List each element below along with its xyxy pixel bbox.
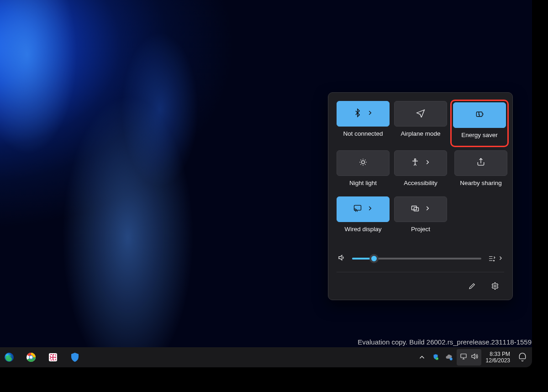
chevron-right-icon[interactable] (367, 205, 373, 213)
quick-settings-flyout: Not connected Airplane mode Energy saver (328, 92, 513, 300)
clock-time: 8:33 PM (486, 351, 510, 357)
volume-low-icon[interactable] (337, 254, 346, 264)
tile-cast[interactable] (337, 196, 390, 222)
svg-rect-16 (461, 354, 466, 358)
sound-output-button[interactable] (488, 254, 503, 263)
tile-project[interactable] (394, 196, 447, 222)
tile-wrap-accessibility: Accessibility (394, 150, 447, 192)
chevron-right-icon[interactable] (424, 205, 431, 213)
volume-row (337, 251, 504, 270)
taskbar-chrome-icon[interactable] (22, 348, 40, 366)
tray-onedrive-icon[interactable]: i (443, 348, 456, 366)
tray-overflow-chevron[interactable] (416, 348, 428, 366)
airplane-icon (416, 108, 425, 119)
volume-slider-thumb[interactable] (369, 254, 379, 263)
cast-icon (353, 204, 362, 215)
tile-label-cast: Wired display (344, 226, 381, 233)
svg-rect-4 (414, 207, 419, 211)
taskbar-security-icon[interactable] (66, 348, 84, 366)
flyout-footer (337, 272, 504, 294)
network-icon (459, 352, 468, 362)
taskbar-clock[interactable]: 8:33 PM 12/6/2023 (482, 351, 514, 364)
watermark-text: Evaluation copy. Build 26002.rs_prerelea… (358, 338, 532, 346)
tile-accessibility[interactable] (394, 150, 447, 176)
system-tray-network-volume[interactable] (457, 349, 481, 366)
tile-wrap-energy: Energy saver (452, 101, 510, 148)
notifications-button[interactable] (515, 353, 530, 362)
night-light-icon (358, 158, 368, 169)
chevron-right-icon[interactable] (424, 159, 431, 167)
taskbar: i 8:33 PM 12/6/2023 (0, 347, 532, 367)
taskbar-pinned-apps (0, 348, 84, 366)
tile-airplane[interactable] (394, 101, 447, 127)
highlight-ring: Energy saver (450, 100, 509, 147)
chevron-right-icon (498, 254, 503, 263)
tile-wrap-bluetooth: Not connected (337, 101, 390, 146)
taskbar-system-tray: i 8:33 PM 12/6/2023 (416, 348, 532, 366)
tile-wrap-project: Project (394, 196, 447, 238)
svg-rect-2 (354, 205, 361, 210)
svg-point-0 (362, 161, 365, 164)
tile-wrap-nearby: Nearby sharing (452, 150, 510, 192)
share-icon (476, 158, 485, 169)
tile-label-airplane: Airplane mode (400, 130, 440, 137)
taskbar-snipping-tool-icon[interactable] (44, 348, 62, 366)
svg-point-10 (30, 356, 32, 359)
tile-night-light[interactable] (337, 150, 390, 176)
settings-button[interactable] (486, 278, 504, 294)
tile-label-project: Project (411, 226, 430, 233)
tile-label-accessibility: Accessibility (404, 180, 437, 186)
tile-energy-saver[interactable] (453, 102, 506, 128)
volume-slider[interactable] (352, 258, 481, 260)
accessibility-icon (411, 158, 420, 169)
tray-security-icon[interactable] (429, 348, 442, 366)
tile-label-energy: Energy saver (461, 132, 498, 138)
chevron-right-icon[interactable] (367, 110, 373, 118)
tile-wrap-airplane: Airplane mode (394, 101, 447, 146)
clock-date: 12/6/2023 (486, 357, 510, 364)
quick-settings-grid: Not connected Airplane mode Energy saver (337, 101, 504, 238)
tile-label-bluetooth: Not connected (343, 130, 383, 137)
tile-bluetooth[interactable] (337, 101, 390, 127)
tile-label-nightlight: Night light (349, 180, 377, 186)
project-icon (411, 204, 420, 215)
tile-wrap-nightlight: Night light (337, 150, 390, 192)
energy-saver-icon (475, 110, 484, 121)
volume-icon (470, 352, 479, 362)
tile-label-nearby: Nearby sharing (460, 180, 502, 186)
taskbar-edge-icon[interactable] (0, 348, 18, 366)
tile-nearby-sharing[interactable] (454, 150, 507, 176)
svg-point-6 (494, 285, 496, 287)
tile-wrap-cast: Wired display (337, 196, 390, 238)
svg-point-1 (414, 159, 416, 160)
edit-quick-settings-button[interactable] (463, 278, 481, 294)
svg-point-5 (494, 260, 495, 261)
bluetooth-icon (353, 108, 362, 119)
